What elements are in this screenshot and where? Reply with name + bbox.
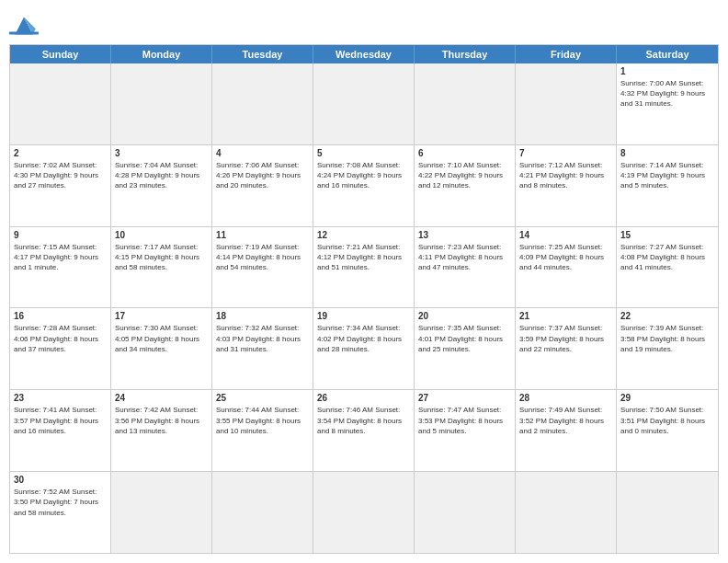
day-info: Sunrise: 7:02 AM Sunset: 4:30 PM Dayligh…: [14, 160, 107, 191]
day-number: 5: [317, 148, 410, 158]
day-number: 16: [14, 311, 107, 321]
day-number: 15: [620, 230, 714, 240]
day-info: Sunrise: 7:28 AM Sunset: 4:06 PM Dayligh…: [14, 323, 107, 354]
day-cell-19: 19Sunrise: 7:34 AM Sunset: 4:02 PM Dayli…: [313, 308, 415, 389]
day-cell-6: 6Sunrise: 7:10 AM Sunset: 4:22 PM Daylig…: [415, 145, 516, 226]
day-info: Sunrise: 7:23 AM Sunset: 4:11 PM Dayligh…: [418, 242, 511, 273]
day-header-friday: Friday: [516, 45, 617, 63]
week-row-3: 16Sunrise: 7:28 AM Sunset: 4:06 PM Dayli…: [10, 308, 718, 390]
day-info: Sunrise: 7:15 AM Sunset: 4:17 PM Dayligh…: [14, 242, 107, 273]
day-info: Sunrise: 7:04 AM Sunset: 4:28 PM Dayligh…: [115, 160, 208, 191]
day-number: 8: [620, 148, 714, 158]
day-header-thursday: Thursday: [415, 45, 516, 63]
empty-cell: [516, 63, 617, 144]
day-cell-13: 13Sunrise: 7:23 AM Sunset: 4:11 PM Dayli…: [415, 227, 516, 308]
day-number: 17: [115, 311, 208, 321]
day-header-sunday: Sunday: [10, 45, 111, 63]
day-info: Sunrise: 7:49 AM Sunset: 3:52 PM Dayligh…: [519, 405, 612, 436]
day-cell-26: 26Sunrise: 7:46 AM Sunset: 3:54 PM Dayli…: [313, 390, 415, 471]
day-info: Sunrise: 7:52 AM Sunset: 3:50 PM Dayligh…: [14, 487, 107, 518]
calendar-body: 1Sunrise: 7:00 AM Sunset: 4:32 PM Daylig…: [10, 63, 718, 553]
day-cell-24: 24Sunrise: 7:42 AM Sunset: 3:56 PM Dayli…: [111, 390, 212, 471]
day-cell-3: 3Sunrise: 7:04 AM Sunset: 4:28 PM Daylig…: [111, 145, 212, 226]
day-header-monday: Monday: [111, 45, 212, 63]
day-cell-23: 23Sunrise: 7:41 AM Sunset: 3:57 PM Dayli…: [10, 390, 111, 471]
day-number: 23: [14, 393, 107, 403]
day-info: Sunrise: 7:30 AM Sunset: 4:05 PM Dayligh…: [115, 323, 208, 354]
day-info: Sunrise: 7:37 AM Sunset: 3:59 PM Dayligh…: [519, 323, 612, 354]
day-info: Sunrise: 7:32 AM Sunset: 4:03 PM Dayligh…: [216, 323, 309, 354]
day-info: Sunrise: 7:34 AM Sunset: 4:02 PM Dayligh…: [317, 323, 410, 354]
day-number: 1: [620, 66, 714, 76]
day-cell-18: 18Sunrise: 7:32 AM Sunset: 4:03 PM Dayli…: [212, 308, 313, 389]
empty-cell: [313, 63, 415, 144]
day-number: 4: [216, 148, 309, 158]
day-number: 28: [519, 393, 612, 403]
day-cell-20: 20Sunrise: 7:35 AM Sunset: 4:01 PM Dayli…: [415, 308, 516, 389]
day-info: Sunrise: 7:25 AM Sunset: 4:09 PM Dayligh…: [519, 242, 612, 273]
empty-cell: [111, 472, 212, 553]
day-cell-16: 16Sunrise: 7:28 AM Sunset: 4:06 PM Dayli…: [10, 308, 111, 389]
empty-cell: [212, 472, 313, 553]
day-cell-1: 1Sunrise: 7:00 AM Sunset: 4:32 PM Daylig…: [617, 63, 718, 144]
empty-cell: [516, 472, 617, 553]
day-number: 13: [418, 230, 511, 240]
day-info: Sunrise: 7:08 AM Sunset: 4:24 PM Dayligh…: [317, 160, 410, 191]
day-number: 27: [418, 393, 511, 403]
empty-cell: [415, 472, 516, 553]
week-row-1: 2Sunrise: 7:02 AM Sunset: 4:30 PM Daylig…: [10, 145, 718, 227]
day-info: Sunrise: 7:27 AM Sunset: 4:08 PM Dayligh…: [620, 242, 714, 273]
day-number: 11: [216, 230, 309, 240]
day-number: 21: [519, 311, 612, 321]
day-number: 14: [519, 230, 612, 240]
day-info: Sunrise: 7:06 AM Sunset: 4:26 PM Dayligh…: [216, 160, 309, 191]
day-info: Sunrise: 7:19 AM Sunset: 4:14 PM Dayligh…: [216, 242, 309, 273]
day-cell-12: 12Sunrise: 7:21 AM Sunset: 4:12 PM Dayli…: [313, 227, 415, 308]
day-info: Sunrise: 7:12 AM Sunset: 4:21 PM Dayligh…: [519, 160, 612, 191]
day-cell-11: 11Sunrise: 7:19 AM Sunset: 4:14 PM Dayli…: [212, 227, 313, 308]
day-number: 6: [418, 148, 511, 158]
week-row-2: 9Sunrise: 7:15 AM Sunset: 4:17 PM Daylig…: [10, 227, 718, 309]
logo: [9, 9, 42, 39]
day-info: Sunrise: 7:17 AM Sunset: 4:15 PM Dayligh…: [115, 242, 208, 273]
day-cell-22: 22Sunrise: 7:39 AM Sunset: 3:58 PM Dayli…: [617, 308, 718, 389]
day-cell-25: 25Sunrise: 7:44 AM Sunset: 3:55 PM Dayli…: [212, 390, 313, 471]
day-cell-15: 15Sunrise: 7:27 AM Sunset: 4:08 PM Dayli…: [617, 227, 718, 308]
day-info: Sunrise: 7:39 AM Sunset: 3:58 PM Dayligh…: [620, 323, 714, 354]
week-row-4: 23Sunrise: 7:41 AM Sunset: 3:57 PM Dayli…: [10, 390, 718, 472]
day-info: Sunrise: 7:46 AM Sunset: 3:54 PM Dayligh…: [317, 405, 410, 436]
day-number: 29: [620, 393, 714, 403]
empty-cell: [415, 63, 516, 144]
logo-icon: [9, 13, 39, 39]
day-header-saturday: Saturday: [617, 45, 718, 63]
day-number: 19: [317, 311, 410, 321]
empty-cell: [212, 63, 313, 144]
day-number: 24: [115, 393, 208, 403]
day-number: 10: [115, 230, 208, 240]
calendar: SundayMondayTuesdayWednesdayThursdayFrid…: [9, 44, 719, 554]
day-cell-27: 27Sunrise: 7:47 AM Sunset: 3:53 PM Dayli…: [415, 390, 516, 471]
week-row-5: 30Sunrise: 7:52 AM Sunset: 3:50 PM Dayli…: [10, 472, 718, 553]
day-number: 26: [317, 393, 410, 403]
day-info: Sunrise: 7:42 AM Sunset: 3:56 PM Dayligh…: [115, 405, 208, 436]
day-number: 12: [317, 230, 410, 240]
day-number: 2: [14, 148, 107, 158]
day-cell-7: 7Sunrise: 7:12 AM Sunset: 4:21 PM Daylig…: [516, 145, 617, 226]
day-number: 9: [14, 230, 107, 240]
day-cell-2: 2Sunrise: 7:02 AM Sunset: 4:30 PM Daylig…: [10, 145, 111, 226]
day-number: 7: [519, 148, 612, 158]
empty-cell: [10, 63, 111, 144]
page: SundayMondayTuesdayWednesdayThursdayFrid…: [0, 0, 728, 563]
day-headers: SundayMondayTuesdayWednesdayThursdayFrid…: [10, 45, 718, 63]
day-cell-17: 17Sunrise: 7:30 AM Sunset: 4:05 PM Dayli…: [111, 308, 212, 389]
week-row-0: 1Sunrise: 7:00 AM Sunset: 4:32 PM Daylig…: [10, 63, 718, 145]
empty-cell: [111, 63, 212, 144]
day-number: 20: [418, 311, 511, 321]
day-info: Sunrise: 7:44 AM Sunset: 3:55 PM Dayligh…: [216, 405, 309, 436]
day-cell-21: 21Sunrise: 7:37 AM Sunset: 3:59 PM Dayli…: [516, 308, 617, 389]
day-info: Sunrise: 7:14 AM Sunset: 4:19 PM Dayligh…: [620, 160, 714, 191]
day-info: Sunrise: 7:50 AM Sunset: 3:51 PM Dayligh…: [620, 405, 714, 436]
day-info: Sunrise: 7:10 AM Sunset: 4:22 PM Dayligh…: [418, 160, 511, 191]
header: [9, 9, 719, 39]
day-number: 18: [216, 311, 309, 321]
